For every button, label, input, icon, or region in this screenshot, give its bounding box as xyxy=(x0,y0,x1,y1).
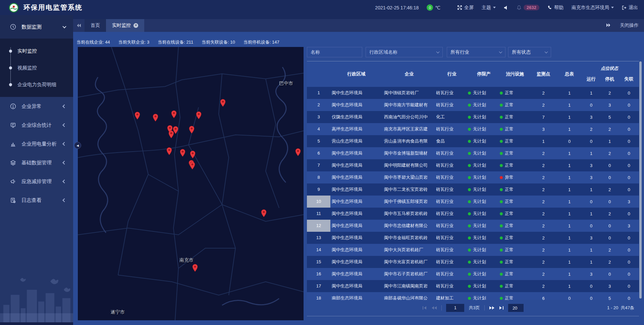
map-pin-icon[interactable] xyxy=(171,110,177,118)
table-row-7[interactable]: 7阆中生态环境局阆中明阳建材有限公司砖瓦行业无计划正常21300 xyxy=(307,159,639,171)
cell-stop-count: 1 xyxy=(600,139,619,144)
sidebar-item-2[interactable]: 企业异常 xyxy=(0,97,73,116)
table-row-14[interactable]: 14阆中生态环境局阆中大兴页岩机砖厂砖瓦行业无计划正常21120 xyxy=(307,244,639,256)
sidebar-item-6[interactable]: 应急减排管理 xyxy=(0,172,73,191)
sidebar-item-7[interactable]: 日志查看 xyxy=(0,191,73,210)
tab-首页[interactable]: 首页 xyxy=(85,19,106,32)
city-skyline-decoration xyxy=(0,275,73,325)
cell-lost-count: 0 xyxy=(619,260,639,265)
cell-company: 阆中市枣碧大梁山页岩 xyxy=(382,174,436,180)
page-size-select[interactable]: 20 xyxy=(508,304,524,312)
status-dot-icon xyxy=(468,212,471,215)
table-row-1[interactable]: 1阆中生态环境局阆中强锐页岩砖厂砖瓦行业无计划正常21120 xyxy=(307,87,639,99)
map-pin-icon[interactable] xyxy=(190,151,196,159)
table-scrollbar-thumb[interactable] xyxy=(639,61,642,299)
tabs-scroll-right-button[interactable] xyxy=(606,23,611,28)
table-row-17[interactable]: 17阆中生态环境局阆中市江南镇阆南页岩砖瓦行业无计划正常21030 xyxy=(307,280,639,292)
sidebar-item-1[interactable]: 数据监测 xyxy=(0,15,73,39)
status-dot-icon xyxy=(500,285,503,288)
map-collapse-button[interactable]: ◀ xyxy=(74,142,81,149)
table-row-12[interactable]: 12阆中生态环境局阆中市忠信建材有限公砖瓦行业无计划正常21003 xyxy=(307,220,639,232)
cell-monitor-count: 2 xyxy=(530,175,557,180)
chevron-left-icon xyxy=(62,142,66,146)
map-panel[interactable]: 巴中市南充市遂宁市 xyxy=(78,47,304,320)
org-menu[interactable]: 南充市生态环境局 xyxy=(572,5,614,11)
stat-item: 当前在线企业: 44 xyxy=(76,39,110,45)
col-header-run: 运行 xyxy=(582,73,600,85)
close-operations-button[interactable]: 关闭操作 xyxy=(620,22,639,29)
table-row-13[interactable]: 13阆中生态环境局阆中市金福旺页岩机砖砖瓦行业无计划正常21300 xyxy=(307,232,639,244)
tabs-scroll-left-button[interactable] xyxy=(73,19,85,32)
table-row-10[interactable]: 10阆中生态环境局阆中千佛镇五郎垭页岩砖瓦行业无计划正常21003 xyxy=(307,196,639,208)
cell-production-status: 无计划 xyxy=(468,223,500,229)
page-number-input[interactable]: 1 xyxy=(446,304,464,312)
theme-menu[interactable]: 主题 xyxy=(482,5,496,11)
cell-company: 西南油气田分公司川中 xyxy=(382,114,436,120)
map-pin-icon[interactable] xyxy=(261,209,267,217)
map-pin-icon[interactable] xyxy=(168,130,174,139)
table-row-5[interactable]: 5营山生态环境局营山县润丰肉食品有限食品无计划正常10010 xyxy=(307,135,639,147)
tab-close-icon[interactable]: ✕ xyxy=(133,23,138,28)
cell-total-meter: 1 xyxy=(557,284,582,289)
cell-run-count: 2 xyxy=(582,127,600,132)
table-row-2[interactable]: 2阆中生态环境局阆中市南方节能建材有砖瓦行业无计划正常21030 xyxy=(307,99,639,111)
industry-select[interactable]: 所有行业 xyxy=(447,47,505,57)
cell-company: 阆中千佛镇五郎垭页岩 xyxy=(382,199,436,205)
status-dot-icon xyxy=(468,188,471,191)
prev-page-button[interactable] xyxy=(431,306,437,310)
sidebar-item-5[interactable]: 基础数据管理 xyxy=(0,153,73,172)
bell-icon xyxy=(517,5,522,10)
fullscreen-icon xyxy=(457,5,462,10)
table-row-11[interactable]: 11阆中生态环境局阆中市五马桥页岩机砖砖瓦行业无计划正常21120 xyxy=(307,208,639,220)
status-select[interactable]: 所有状态 xyxy=(508,47,551,57)
table-row-18[interactable]: 18南部生态环境局南部县砚华山河有限公建材加工无计划正常60050 xyxy=(307,292,639,300)
map-pin-icon[interactable] xyxy=(192,264,198,272)
cell-total-meter: 1 xyxy=(557,235,582,240)
sidebar-item-4[interactable]: 企业用电量分析 xyxy=(0,134,73,153)
map-pin-icon[interactable] xyxy=(135,112,140,120)
table-row-15[interactable]: 15阆中生态环境局阆中市光富页岩机砖厂砖瓦行业无计划正常21120 xyxy=(307,256,639,268)
table-row-16[interactable]: 16阆中生态环境局阆中市石子页岩机砖厂砖瓦行业无计划正常21300 xyxy=(307,268,639,280)
sidebar-subitem[interactable]: 视频监控 xyxy=(0,59,73,76)
cell-monitor-count: 7 xyxy=(530,115,557,120)
table-row-3[interactable]: 3仪陇生态环境局西南油气田分公司川中化工无计划正常71350 xyxy=(307,111,639,123)
table-row-4[interactable]: 4高坪生态环境局南充市高坪区王家店建砖瓦行业无计划正常31220 xyxy=(307,123,639,135)
map-pin-icon[interactable] xyxy=(180,149,185,157)
name-search-input[interactable]: 名称 xyxy=(307,47,362,57)
city-label-南充市: 南充市 xyxy=(179,257,194,263)
map-pin-icon[interactable] xyxy=(295,148,301,156)
last-page-button[interactable] xyxy=(499,306,504,310)
table-row-9[interactable]: 9阆中生态环境局阆中市二龙长宝页岩砖砖瓦行业无计划正常21120 xyxy=(307,183,639,196)
help-button[interactable]: 帮助 xyxy=(547,5,564,11)
map-pin-icon[interactable] xyxy=(196,111,202,119)
first-page-button[interactable] xyxy=(422,306,427,310)
sidebar-item-3[interactable]: 企业综合统计 xyxy=(0,116,73,134)
cell-facility-status: 正常 xyxy=(500,162,530,168)
status-dot-icon xyxy=(500,224,503,227)
cell-industry: 砖瓦行业 xyxy=(436,211,468,217)
cell-production-status: 无计划 xyxy=(468,247,500,253)
sidebar-subitem[interactable]: 实时监控 xyxy=(0,43,73,59)
next-page-button[interactable] xyxy=(489,306,495,310)
cell-production-status: 无计划 xyxy=(468,90,500,96)
cell-industry: 砖瓦行业 xyxy=(436,150,468,156)
table-row-6[interactable]: 6阆中生态环境局阆中市金博瑞新型墙材砖瓦行业无计划正常21120 xyxy=(307,147,639,159)
map-pin-icon[interactable] xyxy=(166,147,172,155)
table-body: 1阆中生态环境局阆中强锐页岩砖厂砖瓦行业无计划正常211202阆中生态环境局阆中… xyxy=(307,87,639,300)
speaker-icon xyxy=(504,5,508,10)
cell-facility-status: 正常 xyxy=(500,259,530,265)
notifications[interactable]: 2632 xyxy=(517,5,539,10)
map-pin-icon[interactable] xyxy=(190,162,195,170)
map-pin-icon[interactable] xyxy=(153,114,158,122)
fullscreen-button[interactable]: 全屏 xyxy=(457,5,474,11)
status-dot-icon xyxy=(500,273,503,276)
region-select[interactable]: 行政区域名称 xyxy=(366,47,443,57)
sound-button[interactable] xyxy=(504,5,508,10)
sidebar-subitem[interactable]: 企业电力负荷明细 xyxy=(0,76,73,93)
tab-实时监控[interactable]: 实时监控✕ xyxy=(106,19,144,32)
logout-button[interactable]: 退出 xyxy=(622,5,638,11)
map-pin-icon[interactable] xyxy=(220,99,226,107)
map-pin-icon[interactable] xyxy=(189,126,195,134)
table-row-8[interactable]: 8阆中生态环境局阆中市枣碧大梁山页岩砖瓦行业无计划异常21300 xyxy=(307,171,639,183)
chevron-down-icon xyxy=(499,50,502,53)
